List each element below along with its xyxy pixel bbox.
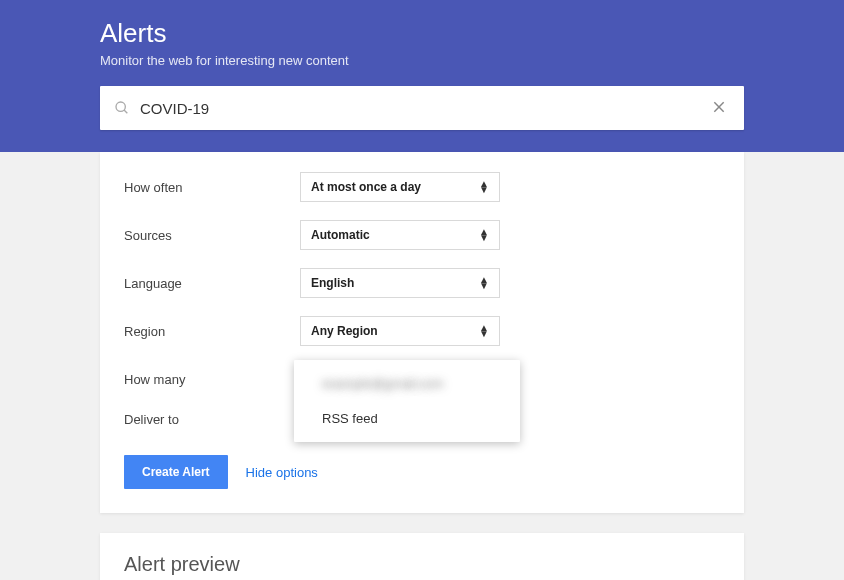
chevron-updown-icon: ▲▼ <box>479 325 489 337</box>
language-label: Language <box>124 276 300 291</box>
option-row-sources: Sources Automatic ▲▼ <box>124 220 720 250</box>
option-row-language: Language English ▲▼ <box>124 268 720 298</box>
alert-preview-title: Alert preview <box>124 553 720 576</box>
deliver-option-email[interactable]: example@gmail.com <box>294 366 520 401</box>
sources-select[interactable]: Automatic ▲▼ <box>300 220 500 250</box>
how-often-label: How often <box>124 180 300 195</box>
clear-icon[interactable] <box>708 94 730 123</box>
option-row-region: Region Any Region ▲▼ <box>124 316 720 346</box>
search-bar[interactable] <box>100 86 744 130</box>
sources-label: Sources <box>124 228 300 243</box>
option-row-how-often: How often At most once a day ▲▼ <box>124 172 720 202</box>
search-input[interactable] <box>140 100 708 117</box>
alert-preview-card: Alert preview NEWS <box>100 533 744 580</box>
header: Alerts Monitor the web for interesting n… <box>0 0 844 152</box>
deliver-option-rss[interactable]: RSS feed <box>294 401 520 436</box>
chevron-updown-icon: ▲▼ <box>479 277 489 289</box>
language-select[interactable]: English ▲▼ <box>300 268 500 298</box>
search-icon <box>114 100 130 116</box>
action-row: Create Alert Hide options <box>124 455 720 489</box>
svg-point-0 <box>116 102 125 111</box>
options-card: How often At most once a day ▲▼ Sources … <box>100 152 744 513</box>
deliver-to-dropdown: example@gmail.com RSS feed <box>294 360 520 442</box>
page-subtitle: Monitor the web for interesting new cont… <box>100 53 744 68</box>
svg-line-1 <box>124 110 127 113</box>
region-select[interactable]: Any Region ▲▼ <box>300 316 500 346</box>
chevron-updown-icon: ▲▼ <box>479 229 489 241</box>
hide-options-link[interactable]: Hide options <box>246 465 318 480</box>
deliver-to-label: Deliver to <box>124 412 300 427</box>
how-often-select[interactable]: At most once a day ▲▼ <box>300 172 500 202</box>
how-many-label: How many <box>124 372 300 387</box>
create-alert-button[interactable]: Create Alert <box>124 455 228 489</box>
chevron-updown-icon: ▲▼ <box>479 181 489 193</box>
region-label: Region <box>124 324 300 339</box>
page-title: Alerts <box>100 18 744 49</box>
